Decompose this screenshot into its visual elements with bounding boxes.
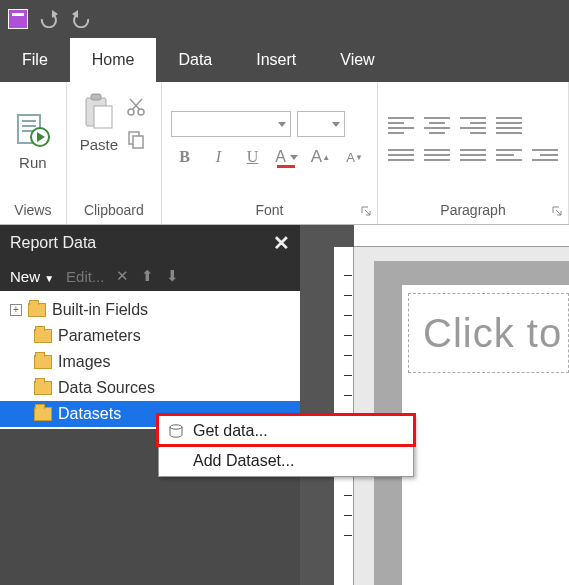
decrease-indent-button[interactable]: [496, 144, 522, 166]
dialog-launcher-icon[interactable]: [361, 206, 371, 216]
tab-home[interactable]: Home: [70, 38, 157, 82]
close-icon[interactable]: ✕: [273, 231, 290, 255]
font-family-combo[interactable]: [171, 111, 291, 137]
save-icon[interactable]: [8, 9, 28, 29]
undo-button[interactable]: [38, 10, 60, 28]
move-down-icon[interactable]: ⬇: [166, 267, 179, 285]
align-top-button[interactable]: [388, 144, 414, 166]
expand-icon[interactable]: +: [10, 304, 22, 316]
increase-indent-button[interactable]: [532, 144, 558, 166]
tab-file[interactable]: File: [0, 38, 70, 82]
chevron-down-icon: [332, 122, 340, 127]
horizontal-ruler: 1: [354, 225, 569, 247]
folder-icon: [34, 407, 52, 421]
move-up-icon[interactable]: ⬆: [141, 267, 154, 285]
bold-button[interactable]: B: [171, 145, 199, 169]
redo-button[interactable]: [70, 10, 92, 28]
underline-button[interactable]: U: [239, 145, 267, 169]
paste-icon: [79, 92, 119, 132]
workspace: Report Data ✕ New ▼ Edit... ✕ ⬆ ⬇ + Buil…: [0, 225, 569, 585]
group-label-font: Font: [162, 198, 377, 224]
report-data-panel: Report Data ✕ New ▼ Edit... ✕ ⬆ ⬇ + Buil…: [0, 225, 300, 585]
align-right-button[interactable]: [460, 114, 486, 136]
copy-button[interactable]: [123, 126, 149, 152]
run-button[interactable]: Run: [13, 110, 53, 171]
dialog-launcher-icon[interactable]: [552, 206, 562, 216]
folder-icon: [34, 355, 52, 369]
database-icon: [167, 422, 185, 440]
run-label: Run: [19, 154, 47, 171]
align-middle-button[interactable]: [424, 144, 450, 166]
panel-title: Report Data: [10, 234, 96, 252]
tab-view[interactable]: View: [318, 38, 396, 82]
paste-label: Paste: [80, 136, 118, 153]
context-add-dataset[interactable]: Add Dataset...: [159, 446, 413, 476]
ribbon-group-clipboard: Paste Clipboard: [67, 82, 162, 224]
run-icon: [13, 110, 53, 150]
delete-icon[interactable]: ✕: [116, 267, 129, 285]
context-get-data[interactable]: Get data...: [159, 416, 413, 446]
chevron-down-icon: [278, 122, 286, 127]
tree-item-images[interactable]: Images: [0, 349, 300, 375]
title-placeholder[interactable]: Click to: [408, 293, 569, 373]
ribbon-group-paragraph: Paragraph: [378, 82, 569, 224]
italic-button[interactable]: I: [205, 145, 233, 169]
report-page[interactable]: Click to: [402, 285, 569, 585]
shrink-font-button[interactable]: A▼: [341, 145, 369, 169]
tab-insert[interactable]: Insert: [234, 38, 318, 82]
folder-icon: [34, 329, 52, 343]
ribbon-group-views: Run Views: [0, 82, 67, 224]
tree-item-data-sources[interactable]: Data Sources: [0, 375, 300, 401]
panel-toolbar: New ▼ Edit... ✕ ⬆ ⬇: [0, 261, 300, 291]
tab-data[interactable]: Data: [156, 38, 234, 82]
align-left-button[interactable]: [388, 114, 414, 136]
grow-font-button[interactable]: A▲: [307, 145, 335, 169]
font-color-button[interactable]: A: [273, 145, 301, 169]
align-bottom-button[interactable]: [460, 144, 486, 166]
quick-access-toolbar: [0, 0, 569, 38]
group-label-clipboard: Clipboard: [67, 198, 161, 224]
svg-point-14: [170, 425, 182, 429]
svg-rect-13: [133, 136, 143, 148]
folder-icon: [34, 381, 52, 395]
context-menu: Get data... Add Dataset...: [158, 415, 414, 477]
align-center-button[interactable]: [424, 114, 450, 136]
font-size-combo[interactable]: [297, 111, 345, 137]
new-button[interactable]: New ▼: [10, 268, 54, 285]
group-label-views: Views: [0, 198, 66, 224]
group-label-paragraph: Paragraph: [378, 198, 568, 224]
design-canvas: 1 Click to: [300, 225, 569, 585]
ribbon-group-font: B I U A A▲ A▼ Font: [162, 82, 378, 224]
report-data-tree: + Built-in Fields Parameters Images Data…: [0, 291, 300, 429]
svg-rect-7: [94, 106, 112, 128]
ribbon: Run Views Paste: [0, 82, 569, 225]
cut-button[interactable]: [123, 94, 149, 120]
folder-icon: [28, 303, 46, 317]
tree-item-parameters[interactable]: Parameters: [0, 323, 300, 349]
ribbon-tabs: File Home Data Insert View: [0, 38, 569, 82]
edit-button: Edit...: [66, 268, 104, 285]
paste-button[interactable]: Paste: [79, 92, 119, 153]
chevron-down-icon: [290, 155, 298, 160]
tree-item-builtin-fields[interactable]: + Built-in Fields: [0, 297, 300, 323]
svg-rect-6: [91, 94, 101, 100]
justify-button[interactable]: [496, 114, 522, 136]
